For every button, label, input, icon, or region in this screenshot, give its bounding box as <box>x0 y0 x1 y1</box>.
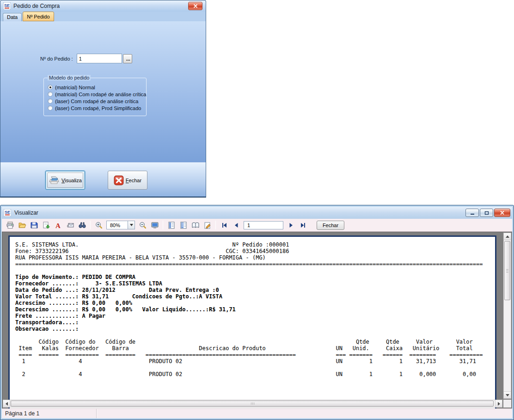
arrow-right-icon <box>498 402 500 406</box>
scroll-left-button[interactable] <box>3 400 10 407</box>
last-page-button[interactable] <box>297 220 309 230</box>
close-button[interactable] <box>494 209 510 217</box>
print-button[interactable] <box>4 220 16 230</box>
maximize-button[interactable] <box>480 209 493 217</box>
maximize-icon <box>484 211 489 215</box>
arrow-down-icon <box>506 394 509 396</box>
first-page-button[interactable] <box>218 220 230 230</box>
svg-text:A: A <box>55 222 61 229</box>
thumbnails-view-icon <box>179 221 188 229</box>
first-page-icon <box>220 222 228 229</box>
scroll-right-button[interactable] <box>495 400 502 407</box>
zoom-dropdown-button[interactable] <box>128 221 135 229</box>
outline-view-icon <box>167 221 176 229</box>
toolbar-separator <box>163 221 163 229</box>
next-page-button[interactable] <box>285 220 297 230</box>
tabstrip: Data Nº Pedido <box>0 12 206 21</box>
toolbar-separator <box>215 221 216 229</box>
visualizar-window: SE Visualizar <box>0 205 514 420</box>
close-preview-button[interactable]: Fechar <box>317 221 344 230</box>
binoculars-icon <box>78 221 86 229</box>
tab-page-numero-pedido: Nº do Pedido : ... Modelo do pedido (mat… <box>0 21 206 162</box>
radio-laser-simplificado[interactable]: (laser) Com rodapé, Prod Simplificado <box>48 105 143 111</box>
prev-page-button[interactable] <box>230 220 242 230</box>
zoom-out-button[interactable] <box>137 220 148 230</box>
chevron-down-icon <box>130 224 133 226</box>
find-button[interactable] <box>76 220 88 230</box>
horizontal-scroll-thumb[interactable] <box>11 401 494 407</box>
preview-titlebar[interactable]: SE Visualizar <box>2 207 512 219</box>
edit-button[interactable] <box>202 220 213 230</box>
edit-icon <box>203 221 212 229</box>
scroll-down-button[interactable] <box>504 391 511 398</box>
save-button[interactable] <box>28 220 40 230</box>
page-status: Página 1 de 1 <box>2 409 97 418</box>
model-groupbox: Modelo do pedido (matricial) Normal (mat… <box>43 78 147 116</box>
dialog-title: Pedido de Compra <box>13 3 60 9</box>
svg-text:SE: SE <box>5 210 10 215</box>
radio-matricial-rodape[interactable]: (matricial) Com rodapé de análise crític… <box>48 91 143 98</box>
arrow-left-icon <box>6 402 8 406</box>
close-button[interactable] <box>188 2 202 10</box>
zoom-out-icon <box>139 221 147 229</box>
outline-button[interactable] <box>165 220 177 230</box>
report-viewport: S.E. SISTEMAS LTDA. Nº Pedido :000001 Fo… <box>2 232 512 408</box>
visualiza-button[interactable]: Visualiza <box>45 171 85 190</box>
report-header: S.E. SISTEMAS LTDA. Nº Pedido :000001 Fo… <box>15 241 495 267</box>
page-number-input[interactable] <box>244 221 283 229</box>
order-number-input[interactable] <box>77 54 122 63</box>
pedido-de-compra-window: SE Pedido de Compra Data Nº Pedido Nº do… <box>0 0 206 198</box>
horizontal-scrollbar <box>3 400 502 408</box>
pdf-icon: A <box>54 221 62 229</box>
fullscreen-button[interactable] <box>149 220 160 230</box>
scroll-up-button[interactable] <box>504 233 511 240</box>
browse-button[interactable]: ... <box>123 54 132 63</box>
close-icon <box>193 4 198 8</box>
model-groupbox-title: Modelo do pedido <box>48 75 91 80</box>
email-attach-icon <box>66 221 74 229</box>
zoom-in-button[interactable] <box>93 220 104 230</box>
preview-title: Visualizar <box>14 210 38 216</box>
print-icon <box>6 221 14 229</box>
radio-icon <box>48 105 53 111</box>
open-button[interactable] <box>16 220 28 230</box>
radio-icon <box>48 85 53 90</box>
radio-laser-rodape[interactable]: (laser) Com rodapé de análise crítica <box>48 98 143 105</box>
book-view-button[interactable] <box>190 220 201 230</box>
pdf-button[interactable]: A <box>52 220 64 230</box>
vertical-scroll-thumb[interactable] <box>504 241 510 300</box>
tab-numero-pedido[interactable]: Nº Pedido <box>23 12 54 21</box>
svg-text:SE: SE <box>4 3 10 8</box>
order-number-label: Nº do Pedido : <box>40 56 73 62</box>
status-bar: Página 1 de 1 <box>2 408 512 418</box>
minimize-button[interactable] <box>465 209 479 217</box>
book-icon <box>191 221 200 229</box>
monitor-icon <box>151 221 159 229</box>
report-items-table: Código Código do Código de Qtde Qtde Val… <box>15 339 495 377</box>
app-icon: SE <box>3 2 11 10</box>
preview-toolbar: A 80% <box>2 219 512 232</box>
export-button[interactable] <box>40 220 52 230</box>
app-icon: SE <box>4 209 11 216</box>
printer-icon <box>49 175 60 185</box>
radio-matricial-normal[interactable]: (matricial) Normal <box>48 84 143 91</box>
zoom-level-value[interactable]: 80% <box>106 221 128 229</box>
prev-page-icon <box>233 222 240 229</box>
dialog-titlebar[interactable]: SE Pedido de Compra <box>0 0 206 12</box>
dialog-button-panel: Visualiza Fechar <box>0 162 206 197</box>
radio-icon <box>48 99 53 104</box>
tab-data[interactable]: Data <box>3 13 22 21</box>
next-page-icon <box>288 222 295 229</box>
minimize-icon <box>470 211 475 215</box>
fechar-button[interactable]: Fechar <box>108 171 147 190</box>
report-page: S.E. SISTEMAS LTDA. Nº Pedido :000001 Fo… <box>8 235 496 408</box>
zoom-in-icon <box>95 221 103 229</box>
close-icon <box>500 210 505 215</box>
email-button[interactable] <box>64 220 76 230</box>
thumbnails-button[interactable] <box>177 220 189 230</box>
report-details: Tipo de Movimento.: PEDIDO DE COMPRA For… <box>15 274 495 332</box>
vertical-scrollbar <box>503 233 511 399</box>
radio-icon <box>48 92 53 97</box>
close-x-icon <box>114 175 124 185</box>
toolbar-separator <box>90 221 91 229</box>
